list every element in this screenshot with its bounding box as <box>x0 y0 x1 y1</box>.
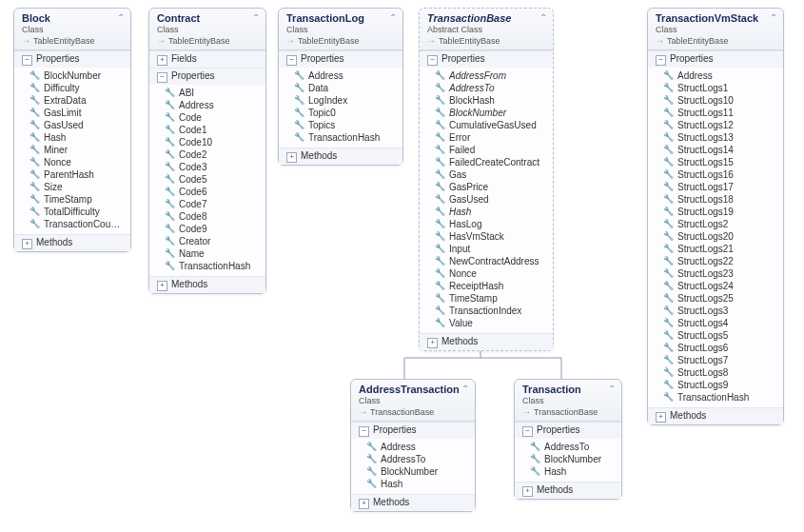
property-item[interactable]: 🔧Code8 <box>165 210 262 223</box>
section-properties[interactable]: −Properties <box>279 50 402 68</box>
section-methods[interactable]: +Methods <box>351 494 475 511</box>
property-item[interactable]: 🔧Code9 <box>165 223 262 235</box>
property-item[interactable]: 🔧Topic0 <box>294 107 399 119</box>
section-properties[interactable]: −Properties <box>149 68 265 85</box>
property-item[interactable]: 🔧StructLogs2 <box>663 218 779 230</box>
collapse-icon[interactable]: ⌃ <box>770 12 777 23</box>
property-item[interactable]: 🔧StructLogs16 <box>663 168 779 181</box>
property-item[interactable]: 🔧GasUsed <box>435 193 549 206</box>
property-item[interactable]: 🔧TransactionIndex <box>435 305 549 317</box>
collapse-icon[interactable]: ⌃ <box>539 12 547 23</box>
property-item[interactable]: 🔧Creator <box>165 235 262 247</box>
property-item[interactable]: 🔧ParentHash <box>29 168 127 181</box>
property-item[interactable]: 🔧Failed <box>435 144 549 156</box>
property-item[interactable]: 🔧Nonce <box>29 156 127 168</box>
property-item[interactable]: 🔧LogIndex <box>294 94 399 107</box>
property-item[interactable]: 🔧StructLogs23 <box>663 267 779 280</box>
property-item[interactable]: 🔧Hash <box>530 465 618 478</box>
property-item[interactable]: 🔧TransactionCou… <box>29 218 127 230</box>
property-item[interactable]: 🔧StructLogs4 <box>663 317 779 329</box>
property-item[interactable]: 🔧StructLogs1 <box>663 82 779 94</box>
collapse-icon[interactable]: ⌃ <box>461 384 469 394</box>
section-properties[interactable]: −Properties <box>351 422 475 439</box>
collapse-icon[interactable]: ⌃ <box>117 12 125 23</box>
property-item[interactable]: 🔧Code1 <box>165 124 262 136</box>
section-methods[interactable]: +Methods <box>279 148 402 165</box>
property-item[interactable]: 🔧TransactionHash <box>165 260 262 272</box>
property-item[interactable]: 🔧StructLogs13 <box>663 131 779 144</box>
property-item[interactable]: 🔧Code <box>165 111 262 124</box>
property-item[interactable]: 🔧StructLogs17 <box>663 181 779 193</box>
collapse-icon[interactable]: ⌃ <box>608 384 616 394</box>
class-contract[interactable]: Contract Class →TableEntityBase ⌃ +Field… <box>148 8 266 294</box>
property-item[interactable]: 🔧HasLog <box>435 218 549 230</box>
collapse-icon[interactable]: ⌃ <box>252 12 260 23</box>
property-item[interactable]: 🔧StructLogs19 <box>663 206 779 218</box>
section-methods[interactable]: +Methods <box>420 333 553 350</box>
property-item[interactable]: 🔧TransactionHash <box>663 391 779 404</box>
property-item[interactable]: 🔧Data <box>294 82 399 94</box>
property-item[interactable]: 🔧Address <box>165 99 262 111</box>
property-item[interactable]: 🔧ReceiptHash <box>435 280 549 292</box>
property-item[interactable]: 🔧ExtraData <box>29 94 127 107</box>
section-properties[interactable]: −Properties <box>515 422 621 439</box>
property-item[interactable]: 🔧AddressTo <box>366 453 471 465</box>
property-item[interactable]: 🔧CumulativeGasUsed <box>435 119 549 131</box>
property-item[interactable]: 🔧BlockNumber <box>29 69 127 82</box>
property-item[interactable]: 🔧StructLogs10 <box>663 94 779 107</box>
property-item[interactable]: 🔧TimeStamp <box>435 292 549 305</box>
property-item[interactable]: 🔧Topics <box>294 119 399 131</box>
property-item[interactable]: 🔧BlockNumber <box>366 465 471 478</box>
property-item[interactable]: 🔧BlockNumber <box>435 107 549 119</box>
property-item[interactable]: 🔧GasLimit <box>29 107 127 119</box>
property-item[interactable]: 🔧TransactionHash <box>294 131 399 144</box>
property-item[interactable]: 🔧StructLogs12 <box>663 119 779 131</box>
property-item[interactable]: 🔧Code7 <box>165 198 262 210</box>
property-item[interactable]: 🔧StructLogs11 <box>663 107 779 119</box>
section-methods[interactable]: +Methods <box>14 234 130 251</box>
property-item[interactable]: 🔧StructLogs9 <box>663 379 779 391</box>
property-item[interactable]: 🔧StructLogs22 <box>663 255 779 267</box>
class-transactionlog[interactable]: TransactionLog Class →TableEntityBase ⌃ … <box>278 8 403 166</box>
property-item[interactable]: 🔧Nonce <box>435 267 549 280</box>
collapse-icon[interactable]: ⌃ <box>389 12 397 23</box>
property-item[interactable]: 🔧Hash <box>435 206 549 218</box>
property-item[interactable]: 🔧Input <box>435 243 549 255</box>
property-item[interactable]: 🔧Gas <box>435 168 549 181</box>
property-item[interactable]: 🔧Address <box>366 441 471 453</box>
property-item[interactable]: 🔧StructLogs15 <box>663 156 779 168</box>
section-methods[interactable]: +Methods <box>515 482 621 499</box>
property-item[interactable]: 🔧Code10 <box>165 136 262 148</box>
property-item[interactable]: 🔧StructLogs21 <box>663 243 779 255</box>
property-item[interactable]: 🔧Value <box>435 317 549 329</box>
property-item[interactable]: 🔧Code2 <box>165 148 262 161</box>
section-properties[interactable]: −Properties <box>648 50 783 68</box>
property-item[interactable]: 🔧HasVmStack <box>435 230 549 243</box>
section-fields[interactable]: +Fields <box>149 50 265 68</box>
property-item[interactable]: 🔧BlockNumber <box>530 453 618 465</box>
property-item[interactable]: 🔧StructLogs24 <box>663 280 779 292</box>
property-item[interactable]: 🔧Code6 <box>165 186 262 198</box>
property-item[interactable]: 🔧Hash <box>29 131 127 144</box>
class-transactionvmstack[interactable]: TransactionVmStack Class →TableEntityBas… <box>647 8 784 425</box>
section-properties[interactable]: −Properties <box>420 50 553 68</box>
property-item[interactable]: 🔧StructLogs5 <box>663 329 779 342</box>
property-item[interactable]: 🔧StructLogs25 <box>663 292 779 305</box>
property-item[interactable]: 🔧Name <box>165 247 262 260</box>
class-block[interactable]: Block Class →TableEntityBase ⌃ −Properti… <box>13 8 131 252</box>
property-item[interactable]: 🔧Difficulty <box>29 82 127 94</box>
class-addresstransaction[interactable]: AddressTransaction Class →TransactionBas… <box>350 379 476 512</box>
property-item[interactable]: 🔧StructLogs20 <box>663 230 779 243</box>
property-item[interactable]: 🔧GasUsed <box>29 119 127 131</box>
property-item[interactable]: 🔧StructLogs18 <box>663 193 779 206</box>
property-item[interactable]: 🔧StructLogs3 <box>663 305 779 317</box>
property-item[interactable]: 🔧NewContractAddress <box>435 255 549 267</box>
property-item[interactable]: 🔧AddressTo <box>435 82 549 94</box>
property-item[interactable]: 🔧Code3 <box>165 161 262 173</box>
property-item[interactable]: 🔧StructLogs8 <box>663 366 779 379</box>
property-item[interactable]: 🔧Code5 <box>165 173 262 186</box>
property-item[interactable]: 🔧Size <box>29 181 127 193</box>
property-item[interactable]: 🔧TimeStamp <box>29 193 127 206</box>
property-item[interactable]: 🔧ABI <box>165 87 262 99</box>
section-methods[interactable]: +Methods <box>648 407 783 424</box>
